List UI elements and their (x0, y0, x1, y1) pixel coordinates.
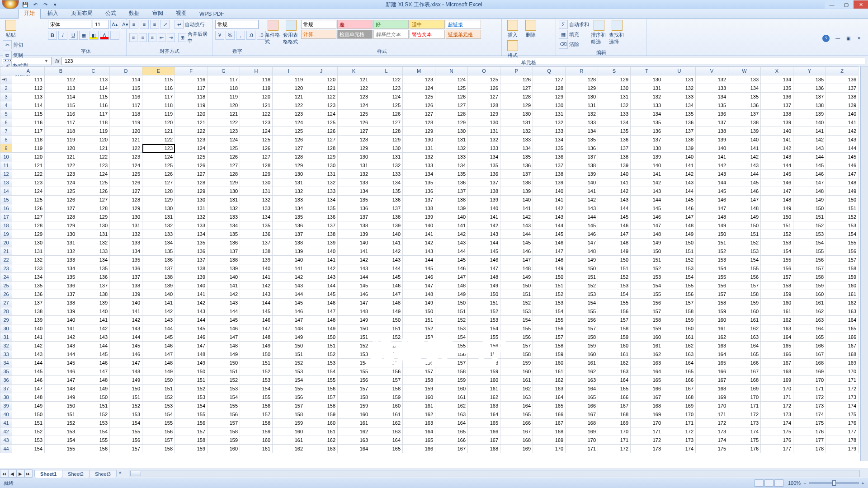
cell[interactable]: 150 (77, 393, 110, 402)
cell[interactable]: 121 (208, 110, 240, 118)
row-header-22[interactable]: 22 (0, 256, 12, 264)
row-header-1[interactable]: 1 (0, 75, 12, 84)
cell[interactable]: 154 (793, 239, 826, 247)
cell[interactable]: 134 (110, 247, 142, 256)
cell[interactable]: 167 (500, 427, 533, 436)
cell[interactable]: 126 (403, 101, 435, 110)
cell[interactable]: 111 (12, 75, 45, 84)
cell[interactable]: 135 (370, 187, 403, 196)
cell[interactable]: 158 (435, 367, 468, 376)
col-header-O[interactable]: O (468, 67, 500, 75)
sheet-nav-next[interactable]: ▶ (16, 469, 24, 478)
row-header-38[interactable]: 38 (0, 393, 12, 402)
cell[interactable]: 144 (566, 213, 598, 221)
cell[interactable]: 147 (566, 239, 598, 247)
cell[interactable]: 145 (208, 316, 240, 324)
cell[interactable]: 134 (338, 187, 370, 196)
cell[interactable]: 160 (403, 393, 435, 402)
cell[interactable]: 167 (468, 436, 500, 445)
row-header-29[interactable]: 29 (0, 316, 12, 324)
cell[interactable]: 134 (598, 118, 631, 127)
row-header-40[interactable]: 40 (0, 410, 12, 419)
zoom-out-button[interactable]: − (803, 480, 806, 486)
cell[interactable]: 129 (208, 178, 240, 187)
cell[interactable]: 125 (12, 196, 45, 204)
cell[interactable]: 167 (728, 367, 761, 376)
cell[interactable]: 161 (468, 385, 500, 393)
cell[interactable]: 156 (273, 393, 305, 402)
cell[interactable]: 155 (110, 427, 142, 436)
cell[interactable]: 125 (240, 136, 273, 144)
mdi-minimize[interactable]: — (833, 35, 842, 42)
cell[interactable]: 129 (468, 110, 500, 118)
cell[interactable]: 159 (403, 385, 435, 393)
cell[interactable]: 152 (142, 393, 175, 402)
cell[interactable]: 122 (305, 93, 338, 101)
cell[interactable]: 165 (403, 436, 435, 445)
cell[interactable]: 129 (370, 136, 403, 144)
cell[interactable]: 118 (208, 84, 240, 93)
cell-styles-gallery[interactable]: 常规差好适中超链接计算检查单元格解释性文本警告文本链接单元格 (301, 20, 481, 39)
cell[interactable]: 161 (403, 402, 435, 410)
cell[interactable]: 155 (403, 350, 435, 359)
cell[interactable]: 158 (826, 264, 859, 273)
cell[interactable]: 139 (533, 178, 566, 187)
cell[interactable]: 121 (273, 93, 305, 101)
cell[interactable]: 148 (370, 299, 403, 307)
increase-decimal-icon[interactable]: .0 (246, 31, 255, 40)
cell[interactable]: 130 (45, 230, 77, 239)
cell[interactable]: 161 (240, 445, 273, 453)
cell[interactable]: 131 (403, 144, 435, 153)
view-pagebreak-icon[interactable] (774, 479, 783, 487)
cell[interactable]: 179 (826, 445, 859, 453)
cell[interactable]: 152 (110, 402, 142, 410)
cell[interactable]: 145 (175, 324, 208, 333)
cell[interactable]: 151 (598, 264, 631, 273)
cell[interactable]: 149 (533, 264, 566, 273)
cell[interactable]: 141 (566, 187, 598, 196)
cell[interactable]: 149 (793, 196, 826, 204)
cell[interactable]: 162 (631, 350, 663, 359)
cell[interactable]: 143 (403, 247, 435, 256)
cell[interactable]: 164 (435, 419, 468, 427)
cell[interactable]: 161 (696, 324, 728, 333)
sheet-nav-prev[interactable]: ◀ (8, 469, 16, 478)
cell[interactable]: 150 (240, 350, 273, 359)
cell[interactable]: 127 (435, 101, 468, 110)
cell[interactable]: 128 (77, 204, 110, 213)
cell[interactable]: 133 (663, 93, 696, 101)
cell[interactable]: 154 (696, 264, 728, 273)
cell[interactable]: 148 (598, 239, 631, 247)
cell[interactable]: 135 (500, 153, 533, 161)
cell[interactable]: 138 (696, 127, 728, 136)
cell[interactable]: 159 (598, 333, 631, 342)
cell[interactable]: 145 (826, 153, 859, 161)
cell[interactable]: 161 (370, 410, 403, 419)
cell[interactable]: 138 (663, 136, 696, 144)
cell[interactable]: 125 (273, 127, 305, 136)
cell[interactable]: 168 (598, 410, 631, 419)
cell[interactable]: 154 (631, 282, 663, 290)
cell[interactable]: 139 (77, 299, 110, 307)
cell[interactable]: 126 (435, 93, 468, 101)
cell[interactable]: 139 (370, 221, 403, 230)
cell[interactable]: 127 (12, 213, 45, 221)
cell[interactable]: 152 (728, 239, 761, 247)
cell[interactable]: 150 (435, 299, 468, 307)
cell[interactable]: 157 (566, 324, 598, 333)
cell[interactable]: 142 (403, 239, 435, 247)
cell[interactable]: 147 (631, 221, 663, 230)
col-header-G[interactable]: G (208, 67, 240, 75)
cell[interactable]: 140 (631, 161, 663, 170)
cell[interactable]: 164 (338, 445, 370, 453)
cell[interactable]: 171 (631, 427, 663, 436)
row-header-37[interactable]: 37 (0, 385, 12, 393)
cell[interactable]: 139 (500, 187, 533, 196)
cell[interactable]: 125 (175, 153, 208, 161)
cell[interactable]: 136 (728, 101, 761, 110)
ribbon-tab-5[interactable]: 审阅 (146, 8, 169, 19)
cell[interactable]: 163 (305, 445, 338, 453)
cell[interactable]: 148 (566, 247, 598, 256)
cell[interactable]: 143 (240, 290, 273, 299)
cell[interactable]: 154 (598, 290, 631, 299)
